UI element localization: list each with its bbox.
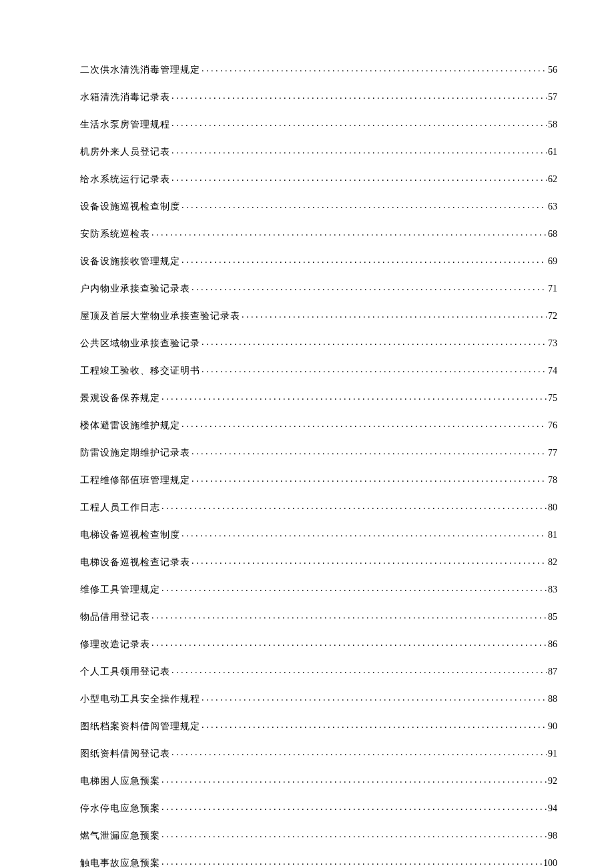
toc-entry-page: 73 xyxy=(548,338,557,349)
toc-leader-dots xyxy=(242,310,547,319)
toc-entry: 燃气泄漏应急预案98 xyxy=(80,829,557,842)
toc-entry-page: 83 xyxy=(548,584,557,595)
toc-entry-title: 触电事故应急预案 xyxy=(80,857,160,868)
toc-leader-dots xyxy=(151,228,547,237)
toc-leader-dots xyxy=(162,392,547,401)
toc-entry-page: 56 xyxy=(548,65,557,75)
toc-entry-title: 生活水泵房管理规程 xyxy=(80,119,170,131)
toc-entry-title: 楼体避雷设施维护规定 xyxy=(80,420,180,432)
toc-entry-title: 个人工具领用登记表 xyxy=(80,666,170,678)
toc-entry: 图纸资料借阅登记表91 xyxy=(80,747,557,760)
toc-entry-title: 水箱清洗消毒记录表 xyxy=(80,91,170,103)
toc-entry-page: 80 xyxy=(548,502,557,513)
toc-entry-title: 修理改造记录表 xyxy=(80,638,150,650)
toc-entry: 水箱清洗消毒记录表57 xyxy=(80,91,557,103)
toc-entry-title: 给水系统运行记录表 xyxy=(80,173,170,185)
toc-entry-page: 76 xyxy=(548,420,557,431)
toc-entry-page: 62 xyxy=(548,174,557,185)
toc-leader-dots xyxy=(202,63,547,73)
toc-entry-page: 74 xyxy=(548,366,557,376)
toc-entry-page: 82 xyxy=(548,557,557,568)
toc-entry: 图纸档案资料借阅管理规定90 xyxy=(80,720,557,733)
toc-leader-dots xyxy=(182,419,547,428)
toc-leader-dots xyxy=(162,583,547,592)
toc-entry-page: 69 xyxy=(548,256,557,267)
toc-entry-title: 图纸档案资料借阅管理规定 xyxy=(80,721,200,733)
toc-leader-dots xyxy=(172,118,547,127)
toc-leader-dots xyxy=(192,474,547,483)
toc-entry-page: 94 xyxy=(548,803,557,814)
toc-entry-title: 小型电动工具安全操作规程 xyxy=(80,693,200,705)
toc-entry-title: 电梯困人应急预案 xyxy=(80,775,160,787)
toc-leader-dots xyxy=(172,91,547,100)
toc-entry: 防雷设施定期维护记录表77 xyxy=(80,446,557,459)
toc-entry: 小型电动工具安全操作规程88 xyxy=(80,693,557,705)
toc-leader-dots xyxy=(192,446,547,456)
toc-entry-page: 77 xyxy=(548,448,557,458)
toc-leader-dots xyxy=(151,610,547,620)
toc-leader-dots xyxy=(162,501,547,510)
toc-entry-page: 86 xyxy=(548,639,557,650)
toc-entry-page: 78 xyxy=(548,475,557,486)
toc-entry: 工程竣工验收、移交证明书74 xyxy=(80,364,557,377)
toc-entry-title: 燃气泄漏应急预案 xyxy=(80,830,160,842)
toc-entry: 二次供水清洗消毒管理规定56 xyxy=(80,63,557,76)
toc-entry: 户内物业承接查验记录表71 xyxy=(80,282,557,295)
toc-leader-dots xyxy=(172,145,547,155)
toc-entry: 物品借用登记表85 xyxy=(80,610,557,623)
toc-entry: 设备设施巡视检查制度63 xyxy=(80,200,557,213)
toc-entry-title: 公共区域物业承接查验记录 xyxy=(80,338,200,350)
toc-entry: 触电事故应急预案100 xyxy=(80,857,557,868)
toc-leader-dots xyxy=(182,200,547,209)
toc-entry-page: 71 xyxy=(548,284,557,294)
toc-entry-page: 81 xyxy=(548,530,557,540)
toc-entry-title: 工程人员工作日志 xyxy=(80,502,160,514)
toc-entry-page: 88 xyxy=(548,694,557,705)
toc-leader-dots xyxy=(172,665,547,675)
toc-entry: 修理改造记录表86 xyxy=(80,638,557,650)
toc-entry-page: 87 xyxy=(548,667,557,677)
toc-entry: 工程人员工作日志80 xyxy=(80,501,557,514)
toc-entry: 安防系统巡检表68 xyxy=(80,228,557,240)
toc-entry: 维修工具管理规定83 xyxy=(80,583,557,596)
toc-entry-title: 安防系统巡检表 xyxy=(80,228,150,240)
toc-entry-page: 72 xyxy=(548,311,557,322)
toc-leader-dots xyxy=(202,693,547,702)
toc-entry: 电梯困人应急预案92 xyxy=(80,775,557,787)
toc-entry-page: 63 xyxy=(548,201,557,212)
toc-leader-dots xyxy=(202,364,547,374)
toc-entry-title: 工程维修部值班管理规定 xyxy=(80,474,190,486)
toc-entry-title: 二次供水清洗消毒管理规定 xyxy=(80,64,200,76)
toc-entry-page: 57 xyxy=(548,92,557,103)
toc-entry-page: 68 xyxy=(548,229,557,240)
toc-leader-dots xyxy=(162,802,547,811)
toc-leader-dots xyxy=(192,282,547,292)
toc-entry-page: 61 xyxy=(548,147,557,157)
toc-entry: 工程维修部值班管理规定78 xyxy=(80,474,557,486)
toc-entry-page: 98 xyxy=(548,831,557,841)
toc-entry: 屋顶及首层大堂物业承接查验记录表72 xyxy=(80,310,557,322)
toc-entry-page: 90 xyxy=(548,721,557,732)
toc-entry-title: 户内物业承接查验记录表 xyxy=(80,283,190,295)
toc-entry-title: 维修工具管理规定 xyxy=(80,584,160,596)
toc-leader-dots xyxy=(202,337,547,346)
toc-entry: 景观设备保养规定75 xyxy=(80,392,557,404)
toc-entry-title: 电梯设备巡视检查制度 xyxy=(80,529,180,541)
toc-entry-title: 设备设施接收管理规定 xyxy=(80,256,180,268)
toc-entry: 设备设施接收管理规定69 xyxy=(80,255,557,268)
toc-entry-title: 机房外来人员登记表 xyxy=(80,146,170,158)
toc-entry: 个人工具领用登记表87 xyxy=(80,665,557,678)
toc-entry-title: 防雷设施定期维护记录表 xyxy=(80,447,190,459)
toc-entry: 电梯设备巡视检查记录表82 xyxy=(80,556,557,568)
toc-entry-page: 92 xyxy=(548,776,557,787)
toc-leader-dots xyxy=(172,747,547,757)
toc-entry: 公共区域物业承接查验记录73 xyxy=(80,337,557,350)
toc-entry-title: 工程竣工验收、移交证明书 xyxy=(80,365,200,377)
toc-entry-page: 85 xyxy=(548,612,557,622)
toc-leader-dots xyxy=(162,857,542,866)
toc-entry: 机房外来人员登记表61 xyxy=(80,145,557,158)
toc-entry-title: 物品借用登记表 xyxy=(80,611,150,623)
toc-leader-dots xyxy=(162,829,547,839)
toc-entry-title: 图纸资料借阅登记表 xyxy=(80,748,170,760)
toc-entry-page: 75 xyxy=(548,393,557,404)
